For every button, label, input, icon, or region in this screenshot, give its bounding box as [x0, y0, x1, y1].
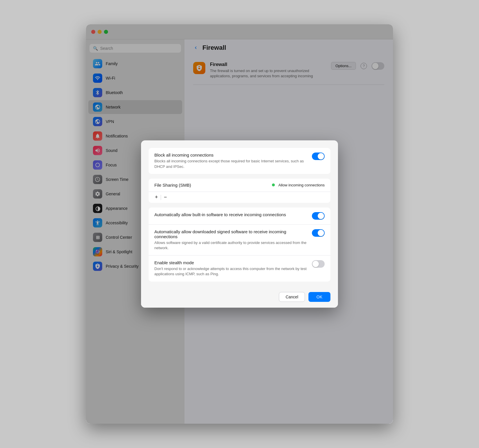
file-sharing-row: File Sharing (SMB) Allow incoming connec…: [149, 179, 330, 192]
auto-signed-info: Automatically allow downloaded signed so…: [154, 229, 307, 251]
modal-body: Block all incoming connections Blocks al…: [141, 140, 338, 286]
auto-signed-desc: Allows software signed by a valid certif…: [154, 240, 307, 251]
modal-section-2: File Sharing (SMB) Allow incoming connec…: [149, 179, 330, 203]
stealth-toggle[interactable]: [312, 260, 325, 268]
file-sharing-name: File Sharing (SMB): [154, 183, 268, 188]
auto-builtin-toggle[interactable]: [312, 212, 325, 220]
modal-section-1: Block all incoming connections Blocks al…: [149, 148, 330, 174]
stealth-desc: Don't respond to or acknowledge attempts…: [154, 266, 307, 277]
auto-signed-toggle[interactable]: [312, 229, 325, 237]
modal-overlay: Block all incoming connections Blocks al…: [86, 24, 393, 424]
auto-builtin-row: Automatically allow built-in software to…: [149, 208, 330, 225]
stealth-row: Enable stealth mode Don't respond to or …: [149, 256, 330, 281]
add-button[interactable]: +: [153, 194, 160, 201]
status-dot: [272, 183, 275, 186]
auto-signed-title: Automatically allow downloaded signed so…: [154, 229, 307, 239]
block-incoming-desc: Blocks all incoming connections except t…: [154, 159, 307, 169]
modal-section-3: Automatically allow built-in software to…: [149, 208, 330, 282]
modal-dialog: Block all incoming connections Blocks al…: [141, 140, 338, 307]
separator: [161, 195, 161, 200]
ok-button[interactable]: OK: [308, 292, 330, 302]
block-incoming-toggle[interactable]: [312, 153, 325, 160]
remove-button[interactable]: −: [162, 194, 169, 201]
add-remove-row: + −: [149, 192, 330, 203]
auto-builtin-title: Automatically allow built-in software to…: [154, 212, 307, 217]
block-incoming-info: Block all incoming connections Blocks al…: [154, 153, 307, 169]
cancel-button[interactable]: Cancel: [279, 292, 305, 302]
auto-builtin-info: Automatically allow built-in software to…: [154, 212, 307, 218]
block-incoming-row: Block all incoming connections Blocks al…: [149, 148, 330, 174]
modal-footer: Cancel OK: [141, 286, 338, 308]
stealth-title: Enable stealth mode: [154, 260, 307, 265]
status-label: Allow incoming connections: [278, 183, 325, 187]
stealth-info: Enable stealth mode Don't respond to or …: [154, 260, 307, 277]
auto-signed-row: Automatically allow downloaded signed so…: [149, 225, 330, 256]
block-incoming-title: Block all incoming connections: [154, 153, 307, 157]
main-window: 🔍 Search Family Wi-Fi Bl: [86, 24, 393, 424]
